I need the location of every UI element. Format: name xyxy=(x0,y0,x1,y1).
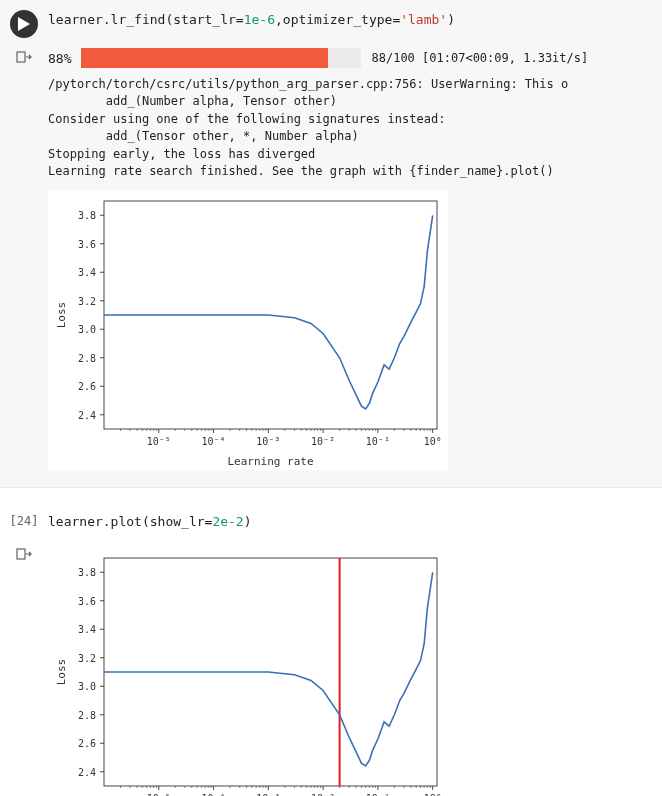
svg-text:2.6: 2.6 xyxy=(78,382,96,393)
svg-text:10⁻²: 10⁻² xyxy=(311,436,335,447)
svg-text:3.6: 3.6 xyxy=(78,596,96,607)
svg-rect-0 xyxy=(17,52,25,62)
cell-number: [24] xyxy=(10,512,39,528)
code-input[interactable]: learner.lr_find(start_lr=1e-6,optimizer_… xyxy=(48,6,654,33)
svg-text:3.2: 3.2 xyxy=(78,296,96,307)
svg-text:Loss: Loss xyxy=(55,302,68,329)
svg-text:3.0: 3.0 xyxy=(78,325,96,336)
output-indicator-icon[interactable] xyxy=(15,545,33,563)
run-button[interactable] xyxy=(10,10,38,38)
svg-text:Loss: Loss xyxy=(55,659,68,686)
play-icon xyxy=(18,17,30,31)
svg-text:10⁻¹: 10⁻¹ xyxy=(366,436,390,447)
svg-text:10⁻⁵: 10⁻⁵ xyxy=(147,436,171,447)
svg-text:3.2: 3.2 xyxy=(78,653,96,664)
svg-text:3.4: 3.4 xyxy=(78,268,96,279)
lr-loss-chart: 2.42.62.83.03.23.43.63.810⁻⁵10⁻⁴10⁻³10⁻²… xyxy=(48,190,448,470)
stdout-text: /pytorch/torch/csrc/utils/python_arg_par… xyxy=(48,72,654,184)
svg-text:Learning rate: Learning rate xyxy=(227,455,313,468)
collapse-output-icon xyxy=(16,546,32,562)
svg-text:2.8: 2.8 xyxy=(78,710,96,721)
svg-text:3.4: 3.4 xyxy=(78,625,96,636)
svg-text:2.6: 2.6 xyxy=(78,739,96,750)
svg-text:3.0: 3.0 xyxy=(78,682,96,693)
progress-fill xyxy=(81,48,327,68)
svg-text:3.6: 3.6 xyxy=(78,239,96,250)
progress-pct: 88% xyxy=(48,51,71,66)
code-cell-1: learner.lr_find(start_lr=1e-6,optimizer_… xyxy=(0,0,662,488)
code-cell-2: [24] learner.plot(show_lr=2e-2) 2.42.62.… xyxy=(0,502,662,796)
progress-text: 88/100 [01:07<00:09, 1.33it/s] xyxy=(371,51,588,65)
output-indicator-icon[interactable] xyxy=(15,48,33,66)
svg-text:2.4: 2.4 xyxy=(78,410,96,421)
svg-text:10⁻³: 10⁻³ xyxy=(256,436,280,447)
svg-text:10⁰: 10⁰ xyxy=(424,436,442,447)
lr-loss-chart-vline: 2.42.62.83.03.23.43.63.810⁻⁵10⁻⁴10⁻³10⁻²… xyxy=(48,547,448,796)
progress-bar xyxy=(81,48,361,68)
svg-text:2.8: 2.8 xyxy=(78,353,96,364)
svg-text:2.4: 2.4 xyxy=(78,767,96,778)
svg-text:3.8: 3.8 xyxy=(78,568,96,579)
svg-text:10⁻⁴: 10⁻⁴ xyxy=(202,436,226,447)
svg-text:3.8: 3.8 xyxy=(78,211,96,222)
collapse-output-icon xyxy=(16,49,32,65)
progress-row: 88% 88/100 [01:07<00:09, 1.33it/s] xyxy=(48,44,654,72)
code-input[interactable]: learner.plot(show_lr=2e-2) xyxy=(48,508,654,535)
svg-rect-80 xyxy=(17,549,25,559)
